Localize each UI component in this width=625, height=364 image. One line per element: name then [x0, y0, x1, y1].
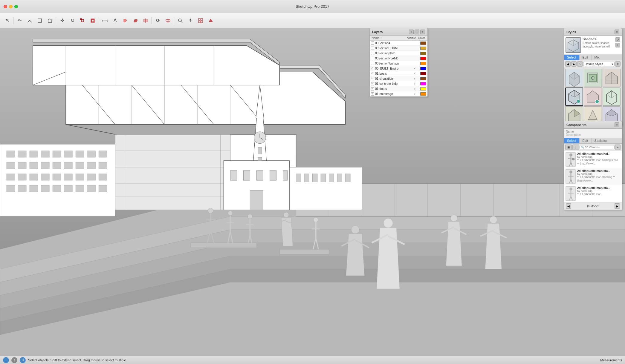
style-update-btn[interactable]: ↺ [615, 37, 620, 42]
style-tab-mix[interactable]: Mix [592, 55, 603, 60]
layer-vis-check[interactable]: ✓ [371, 72, 374, 75]
shape-tool-btn[interactable] [35, 16, 45, 25]
styles-dropdown[interactable]: Default Styles ▾ [583, 62, 615, 66]
zoom-tool-btn[interactable] [175, 16, 185, 25]
style-new-btn[interactable]: + [615, 43, 620, 47]
layer-item[interactable]: ✓ 01-entourage ✓ [370, 91, 427, 96]
layer-visible-indicator[interactable]: ✓ [409, 87, 420, 90]
layer-vis-check[interactable]: ✓ [371, 92, 374, 96]
layer-color-swatch[interactable] [420, 72, 426, 75]
styles-home-btn[interactable]: ⌂ [577, 61, 583, 67]
layer-vis-check[interactable] [371, 52, 374, 55]
layer-color-swatch[interactable] [420, 57, 426, 60]
comp-nav-back[interactable]: ◀ [566, 203, 571, 209]
layer-item[interactable]: 00SectionWalkwa [370, 61, 427, 66]
pushpull-tool-btn[interactable] [45, 16, 55, 25]
layer-vis-check[interactable]: ✓ [371, 82, 374, 85]
close-button[interactable] [4, 5, 7, 8]
layer-item[interactable]: ✓ 00_BUILT_Enviro ✓ [370, 66, 427, 71]
minimize-button[interactable] [9, 5, 13, 8]
warning-icon[interactable]: ! [11, 357, 17, 363]
layer-visible-indicator[interactable]: ✓ [409, 72, 420, 75]
section-tool-btn[interactable] [141, 16, 150, 25]
intersect-tool-btn[interactable] [163, 16, 173, 25]
layers-remove-btn[interactable]: − [415, 30, 419, 34]
select-tool-btn[interactable]: ↖ [2, 16, 12, 25]
layer-color-swatch[interactable] [420, 42, 426, 45]
style-cell-6[interactable] [603, 87, 621, 105]
layer-color-swatch[interactable] [420, 62, 426, 65]
pencil-tool-btn[interactable]: ✏ [15, 16, 24, 25]
axes-tool-btn[interactable] [206, 16, 216, 25]
layer-vis-check[interactable] [371, 57, 374, 60]
comp-tab-select[interactable]: Select [564, 138, 580, 143]
style-cell-2[interactable] [584, 69, 602, 87]
rotate-tool-btn[interactable]: ↻ [68, 16, 77, 25]
layer-vis-check[interactable] [371, 47, 374, 50]
walk-tool-btn[interactable] [186, 16, 195, 25]
tape-tool-btn[interactable]: ⟺ [100, 16, 110, 25]
info-icon[interactable]: i [3, 357, 9, 363]
layer-vis-check[interactable]: ✓ [371, 87, 374, 90]
layer-vis-check[interactable] [371, 62, 374, 65]
layer-color-swatch[interactable] [420, 47, 426, 50]
maximize-button[interactable] [14, 5, 18, 8]
style-cell-5[interactable] [584, 87, 602, 105]
layer-vis-check[interactable] [371, 42, 374, 45]
comp-search-box[interactable]: 🔍 3D Warehou [580, 145, 615, 149]
style-cell-1[interactable] [565, 69, 583, 87]
styles-nav-back[interactable]: ◀ [565, 61, 571, 67]
col-name-header[interactable]: Name ↑ [372, 36, 406, 40]
paint-tool-btn[interactable] [120, 16, 130, 25]
style-cell-3[interactable] [603, 69, 621, 87]
layers-detail-btn[interactable]: ≡ [420, 30, 425, 34]
layer-visible-indicator[interactable]: ✓ [409, 67, 420, 70]
scale-tool-btn[interactable] [78, 16, 87, 25]
layer-color-swatch[interactable] [420, 52, 426, 55]
window-controls[interactable] [4, 5, 18, 8]
style-tab-select[interactable]: Select [564, 55, 580, 60]
component-tool-btn[interactable] [196, 16, 205, 25]
styles-nav-forward[interactable]: ▶ [571, 61, 577, 67]
layers-add-btn[interactable]: + [409, 30, 414, 34]
comp-tab-edit[interactable]: Edit [580, 138, 592, 143]
comp-search-text[interactable]: 3D Warehou [585, 146, 600, 149]
offset-tool-btn[interactable] [88, 16, 97, 25]
layer-vis-check[interactable]: ✓ [371, 77, 374, 80]
comp-nav-btn[interactable]: ≡ [615, 145, 621, 150]
eraser-tool-btn[interactable] [131, 16, 140, 25]
layer-item[interactable]: ✓ 01-boats ✓ [370, 71, 427, 76]
comp-item-2[interactable]: 2d silhouette man sta... by SketchUp ** … [564, 168, 622, 185]
layer-item[interactable]: ✓ 01-circulation ✓ [370, 76, 427, 81]
layer-visible-indicator[interactable]: ✓ [409, 77, 420, 80]
layer-color-swatch[interactable] [420, 77, 426, 80]
layer-color-swatch[interactable] [420, 67, 426, 70]
style-cell-4-selected[interactable] [565, 87, 583, 105]
dimension-tool-btn[interactable]: A [110, 16, 120, 25]
styles-panel-btn[interactable]: ≡ [615, 30, 619, 34]
layer-item[interactable]: 00SectionPLAND [370, 56, 427, 61]
layer-item[interactable]: ✓ 01-concrete-bldg ✓ [370, 81, 427, 86]
styles-menu-btn[interactable]: ≡ [615, 61, 621, 67]
move-tool-btn[interactable]: ✛ [57, 16, 67, 25]
layer-visible-indicator[interactable]: ✓ [409, 82, 420, 85]
comp-item-1[interactable]: 2d silhouette man hol... by SketchUp ** … [564, 151, 622, 168]
comp-tab-statistics[interactable]: Statistics [592, 138, 611, 143]
style-tab-edit[interactable]: Edit [580, 55, 592, 60]
geo-icon[interactable]: ⊕ [20, 357, 26, 363]
comp-item-3[interactable]: 2d silhouette man sta... by SketchUp ** … [564, 185, 622, 202]
layer-item[interactable]: 00Sectionplan1 [370, 51, 427, 56]
layer-color-swatch[interactable] [420, 82, 426, 85]
layer-visible-indicator[interactable]: ✓ [409, 92, 420, 96]
layer-item[interactable]: 00Section4 [370, 41, 427, 46]
comp-view-btn[interactable]: ⊞ [565, 145, 572, 150]
layer-item[interactable]: ✓ 01-doors ✓ [370, 86, 427, 91]
layer-color-swatch[interactable] [420, 87, 426, 90]
layer-color-swatch[interactable] [420, 92, 426, 96]
layer-item[interactable]: 00SectionDORM [370, 46, 427, 51]
viewport-3d[interactable] [0, 28, 625, 356]
comp-nav-forward[interactable]: ▶ [615, 203, 620, 209]
arc-tool-btn[interactable] [25, 16, 34, 25]
components-panel-btn[interactable]: ≡ [615, 122, 619, 127]
followme-tool-btn[interactable]: ⟳ [153, 16, 163, 25]
